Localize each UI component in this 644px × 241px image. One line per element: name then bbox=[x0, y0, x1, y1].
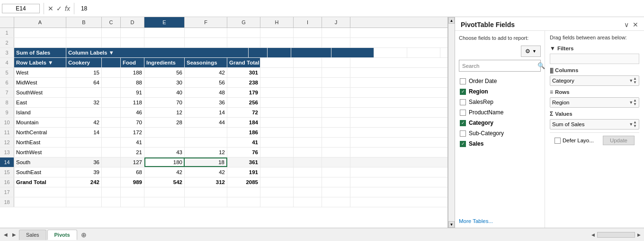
cell[interactable] bbox=[294, 158, 322, 167]
scroll-down-icon[interactable]: ▼ bbox=[633, 102, 637, 106]
field-item-productname[interactable]: ProductName bbox=[459, 108, 541, 117]
cell[interactable] bbox=[260, 38, 294, 47]
cell-region[interactable]: SouthWest bbox=[14, 88, 66, 97]
col-header-i[interactable]: I bbox=[294, 17, 322, 28]
confirm-icon[interactable]: ✓ bbox=[56, 5, 62, 12]
cell[interactable] bbox=[121, 187, 144, 197]
cell[interactable] bbox=[260, 88, 294, 97]
field-checkbox-sales[interactable]: ✓ bbox=[460, 141, 466, 147]
cell[interactable]: 312 bbox=[185, 177, 227, 187]
cell[interactable] bbox=[294, 138, 322, 147]
values-field-dropdown[interactable]: Sum of Sales ▼ ▲ ▼ bbox=[550, 119, 639, 130]
field-checkbox-category[interactable]: ✓ bbox=[460, 120, 466, 126]
defer-layout-checkbox[interactable] bbox=[555, 138, 561, 144]
cell[interactable]: 172 bbox=[121, 128, 144, 137]
cell[interactable]: 70 bbox=[121, 118, 144, 127]
cell[interactable] bbox=[227, 28, 260, 37]
cell[interactable]: 188 bbox=[121, 68, 144, 77]
cell[interactable]: 48 bbox=[185, 88, 227, 97]
field-checkbox-salesrep[interactable] bbox=[460, 99, 466, 105]
cell[interactable]: 56 bbox=[144, 68, 185, 77]
cell[interactable]: 39 bbox=[66, 167, 102, 177]
cell[interactable] bbox=[322, 167, 350, 177]
pivot-settings-button[interactable]: ⚙ ▼ bbox=[521, 46, 541, 57]
cell[interactable] bbox=[102, 177, 121, 187]
cell-grand-total[interactable]: 76 bbox=[227, 148, 260, 157]
cell[interactable] bbox=[249, 48, 268, 57]
cell[interactable] bbox=[260, 118, 294, 127]
search-box[interactable]: 🔍 bbox=[459, 60, 541, 72]
dropdown-arrow-icon[interactable]: ▼ bbox=[629, 100, 633, 105]
cell[interactable] bbox=[102, 167, 121, 177]
cell[interactable] bbox=[294, 197, 322, 207]
cell[interactable] bbox=[102, 128, 121, 137]
cell[interactable] bbox=[322, 197, 350, 207]
cell[interactable] bbox=[260, 197, 294, 207]
cell[interactable] bbox=[227, 38, 260, 47]
cancel-icon[interactable]: ✕ bbox=[48, 5, 54, 12]
cell-grand-total-header[interactable]: Grand Total bbox=[227, 58, 260, 67]
cell[interactable] bbox=[260, 108, 294, 117]
cell[interactable] bbox=[294, 28, 322, 37]
cell[interactable] bbox=[294, 78, 322, 87]
hscroll-left-btn[interactable]: ◀ bbox=[590, 232, 596, 238]
cell[interactable] bbox=[144, 138, 185, 147]
cell-seasonings[interactable]: Seasonings bbox=[185, 58, 227, 67]
cell[interactable]: 542 bbox=[144, 177, 185, 187]
cell[interactable] bbox=[66, 88, 102, 97]
cell-row-labels[interactable]: Row Labels ▼ bbox=[14, 58, 66, 67]
cell[interactable] bbox=[185, 138, 227, 147]
cell[interactable] bbox=[260, 167, 294, 177]
cell-ref-input[interactable]: E14 bbox=[2, 4, 40, 13]
cell[interactable] bbox=[294, 38, 322, 47]
cell[interactable] bbox=[185, 38, 227, 47]
cell[interactable]: 68 bbox=[121, 167, 144, 177]
cell[interactable] bbox=[294, 177, 322, 187]
cell[interactable] bbox=[144, 38, 185, 47]
sheet-tab-sales[interactable]: Sales bbox=[19, 230, 46, 240]
cell-grand-total[interactable]: 361 bbox=[227, 158, 260, 167]
cell[interactable] bbox=[102, 118, 121, 127]
cell[interactable] bbox=[322, 128, 350, 137]
cell[interactable] bbox=[331, 48, 374, 57]
cell[interactable]: 40 bbox=[144, 88, 185, 97]
vertical-scrollbar[interactable]: ▲ ▼ bbox=[448, 17, 455, 228]
cell[interactable] bbox=[322, 177, 350, 187]
update-button[interactable]: Update bbox=[603, 136, 635, 145]
cell-region[interactable]: MidWest bbox=[14, 78, 66, 87]
cell[interactable]: 21 bbox=[121, 148, 144, 157]
cell[interactable] bbox=[66, 187, 102, 197]
cell[interactable] bbox=[260, 148, 294, 157]
cell[interactable] bbox=[227, 187, 260, 197]
cell-grand-total[interactable]: 72 bbox=[227, 108, 260, 117]
cell[interactable] bbox=[322, 68, 350, 77]
scroll-down-icon[interactable]: ▼ bbox=[633, 81, 637, 84]
cell[interactable] bbox=[407, 48, 440, 57]
cell[interactable]: 70 bbox=[144, 98, 185, 107]
cell[interactable] bbox=[66, 28, 102, 37]
cell-column-labels[interactable]: Column Labels ▼ bbox=[66, 48, 249, 57]
rows-scroll-controls[interactable]: ▲ ▼ bbox=[633, 99, 637, 106]
field-item-order-date[interactable]: Order Date bbox=[459, 76, 541, 86]
cell[interactable] bbox=[322, 58, 350, 67]
col-header-d[interactable]: D bbox=[121, 17, 144, 28]
cell[interactable] bbox=[121, 38, 144, 47]
cell[interactable] bbox=[294, 128, 322, 137]
cell[interactable]: 32 bbox=[66, 98, 102, 107]
field-checkbox-order-date[interactable] bbox=[460, 78, 466, 84]
scroll-down-btn[interactable]: ▼ bbox=[448, 221, 455, 228]
cell-grand-total-row[interactable]: Grand Total bbox=[14, 177, 66, 187]
col-header-c[interactable]: C bbox=[102, 17, 121, 28]
cell[interactable]: 88 bbox=[121, 78, 144, 87]
cell[interactable]: 42 bbox=[185, 68, 227, 77]
cell[interactable] bbox=[260, 78, 294, 87]
cell-grand-total[interactable]: 184 bbox=[227, 118, 260, 127]
cell[interactable] bbox=[294, 68, 322, 77]
cell[interactable] bbox=[260, 68, 294, 77]
cell-cookery[interactable]: Cookery bbox=[66, 58, 102, 67]
cell[interactable] bbox=[102, 68, 121, 77]
cell[interactable]: 15 bbox=[66, 68, 102, 77]
hscroll-right-btn[interactable]: ▶ bbox=[636, 232, 642, 238]
cell-region[interactable]: South bbox=[14, 158, 66, 167]
field-item-category[interactable]: ✓ Category bbox=[459, 118, 541, 128]
